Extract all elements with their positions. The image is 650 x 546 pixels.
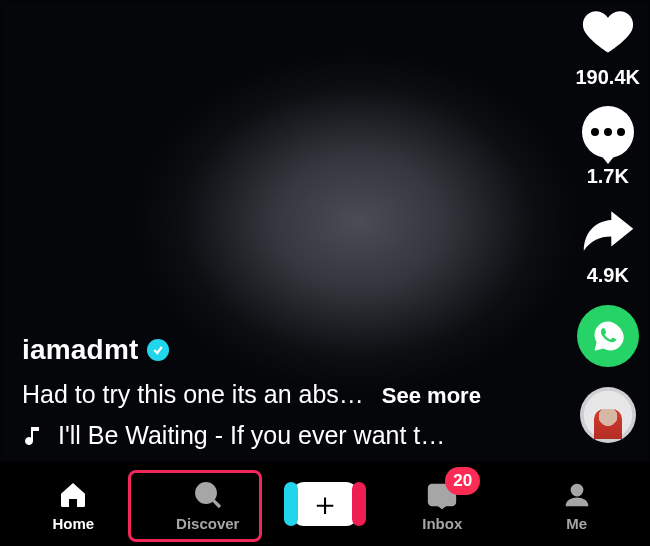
svg-point-3 [572, 485, 582, 495]
music-note-icon [22, 424, 46, 448]
whatsapp-icon [577, 305, 639, 367]
nav-discover[interactable]: Discover [141, 477, 276, 532]
comment-button[interactable]: 1.7K [579, 103, 637, 188]
heart-icon [579, 4, 637, 62]
share-count: 4.9K [587, 264, 629, 287]
video-info-overlay: iamadmt Had to try this one its an abs… … [22, 334, 540, 450]
caption-row: Had to try this one its an abs… See more [22, 380, 540, 409]
caption-text: Had to try this one its an abs… [22, 380, 364, 409]
comment-count: 1.7K [587, 165, 629, 188]
svg-point-0 [196, 483, 215, 502]
tiktok-feed-screen: 190.4K 1.7K 4.9K iamadmt [0, 0, 650, 546]
sound-row[interactable]: I'll Be Waiting - If you ever want t… [22, 421, 540, 450]
search-icon [190, 477, 226, 513]
profile-icon [559, 477, 595, 513]
verified-badge-icon [147, 339, 169, 361]
like-count: 190.4K [576, 66, 641, 89]
home-icon [55, 477, 91, 513]
sound-title: I'll Be Waiting - If you ever want t… [58, 421, 445, 450]
bottom-nav: Home Discover ＋ 20 Inbox [0, 462, 650, 546]
whatsapp-share-button[interactable] [577, 305, 639, 367]
author-username: iamadmt [22, 334, 139, 366]
plus-icon: ＋ [309, 488, 341, 520]
nav-me-label: Me [566, 515, 587, 532]
share-icon [579, 202, 637, 260]
svg-line-1 [213, 500, 220, 507]
comment-icon [579, 103, 637, 161]
author-row[interactable]: iamadmt [22, 334, 540, 366]
create-button[interactable]: ＋ [292, 482, 358, 526]
nav-inbox[interactable]: 20 Inbox [375, 477, 510, 532]
nav-home-label: Home [52, 515, 94, 532]
nav-discover-label: Discover [176, 515, 239, 532]
see-more-button[interactable]: See more [382, 383, 481, 409]
sound-disc-icon [580, 387, 636, 443]
nav-inbox-label: Inbox [422, 515, 462, 532]
share-button[interactable]: 4.9K [579, 202, 637, 287]
nav-create[interactable]: ＋ [275, 482, 375, 526]
nav-me[interactable]: Me [510, 477, 645, 532]
inbox-badge: 20 [445, 467, 480, 495]
action-rail: 190.4K 1.7K 4.9K [576, 0, 641, 443]
sound-disc-button[interactable] [580, 387, 636, 443]
like-button[interactable]: 190.4K [576, 4, 641, 89]
inbox-icon: 20 [424, 477, 460, 513]
nav-home[interactable]: Home [6, 477, 141, 532]
